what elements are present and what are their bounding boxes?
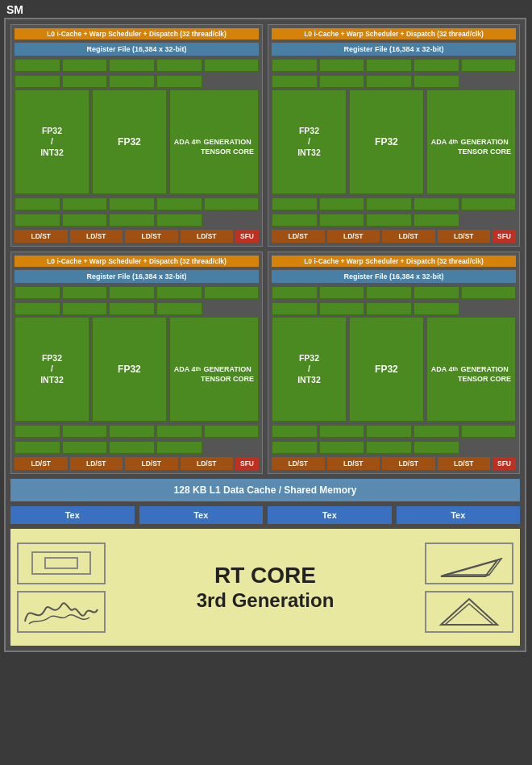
fp32-block-2: FP32 [349,89,424,194]
ldst-unit-2d: LD/ST [438,230,491,243]
ldst-unit-3b: LD/ST [70,457,123,470]
fp32-int32-block-3: FP32/INT32 [15,317,89,422]
register-file-bar-4: Register File (16,384 x 32-bit) [272,270,516,283]
rt-core-center-text: RT CORE 3rd Generation [106,562,425,612]
outer-container: L0 i-Cache + Warp Scheduler + Dispatch (… [4,18,526,652]
tex-row: Tex Tex Tex Tex [10,506,520,524]
ldst-unit-4b: LD/ST [327,457,380,470]
l1-cache-bar: 128 KB L1 Data Cache / Shared Memory [10,479,520,501]
tensor-block-1: ADA 4thGENERATIONTENSOR CORE [169,89,259,194]
ldst-unit-2c: LD/ST [382,230,435,243]
tex-unit-1: Tex [10,506,135,524]
sm-label: SM [6,3,23,16]
fp32-block-4: FP32 [349,317,424,422]
ldst-unit-1b: LD/ST [70,230,123,243]
ldst-unit-4a: LD/ST [272,457,325,470]
rt-core-left-diagrams [17,543,106,633]
tensor-block-4: ADA 4thGENERATIONTENSOR CORE [426,317,516,422]
warp-scheduler-bar-4: L0 i-Cache + Warp Scheduler + Dispatch (… [272,256,516,267]
quadrant-bottom-left: L0 i-Cache + Warp Scheduler + Dispatch (… [10,252,263,474]
ldst-unit-4d: LD/ST [438,457,491,470]
register-file-bar-2: Register File (16,384 x 32-bit) [272,43,516,56]
tensor-block-2: ADA 4thGENERATIONTENSOR CORE [426,89,516,194]
fp32-int32-block-1: FP32/INT32 [15,89,89,194]
ldst-unit-2a: LD/ST [272,230,325,243]
warp-scheduler-bar-3: L0 i-Cache + Warp Scheduler + Dispatch (… [15,256,259,267]
fp32-int32-block-2: FP32/INT32 [272,89,347,194]
tex-unit-2: Tex [139,506,264,524]
ldst-unit-2b: LD/ST [327,230,380,243]
register-file-bar-1: Register File (16,384 x 32-bit) [15,43,259,56]
register-file-bar-3: Register File (16,384 x 32-bit) [15,270,259,283]
sfu-unit-3: SFU [235,457,259,470]
ldst-unit-1a: LD/ST [15,230,68,243]
rt-core-section: RT CORE 3rd Generation [10,529,520,646]
warp-scheduler-bar-1: L0 i-Cache + Warp Scheduler + Dispatch (… [15,28,259,39]
tex-unit-4: Tex [397,506,521,524]
rt-core-title: RT CORE [114,562,417,589]
tensor-block-3: ADA 4thGENERATIONTENSOR CORE [169,317,259,422]
rt-core-right-diagrams [425,543,513,633]
fp32-int32-block-4: FP32/INT32 [272,317,347,422]
warp-scheduler-bar-2: L0 i-Cache + Warp Scheduler + Dispatch (… [272,28,516,39]
ldst-unit-3c: LD/ST [125,457,178,470]
sfu-unit-1: SFU [235,230,259,243]
rt-core-gen: 3rd Generation [114,589,417,613]
sfu-unit-4: SFU [493,457,516,470]
quadrant-grid: L0 i-Cache + Warp Scheduler + Dispatch (… [10,24,520,474]
fp32-block-1: FP32 [92,89,167,194]
quadrant-top-left: L0 i-Cache + Warp Scheduler + Dispatch (… [10,24,263,247]
sfu-unit-2: SFU [493,230,516,243]
ldst-unit-3a: LD/ST [15,457,68,470]
ldst-unit-3d: LD/ST [181,457,234,470]
ldst-unit-1c: LD/ST [125,230,178,243]
fp32-block-3: FP32 [92,317,167,422]
quadrant-top-right: L0 i-Cache + Warp Scheduler + Dispatch (… [268,24,520,247]
quadrant-bottom-right: L0 i-Cache + Warp Scheduler + Dispatch (… [268,252,520,474]
ldst-unit-1d: LD/ST [181,230,234,243]
tex-unit-3: Tex [268,506,392,524]
ldst-unit-4c: LD/ST [382,457,435,470]
